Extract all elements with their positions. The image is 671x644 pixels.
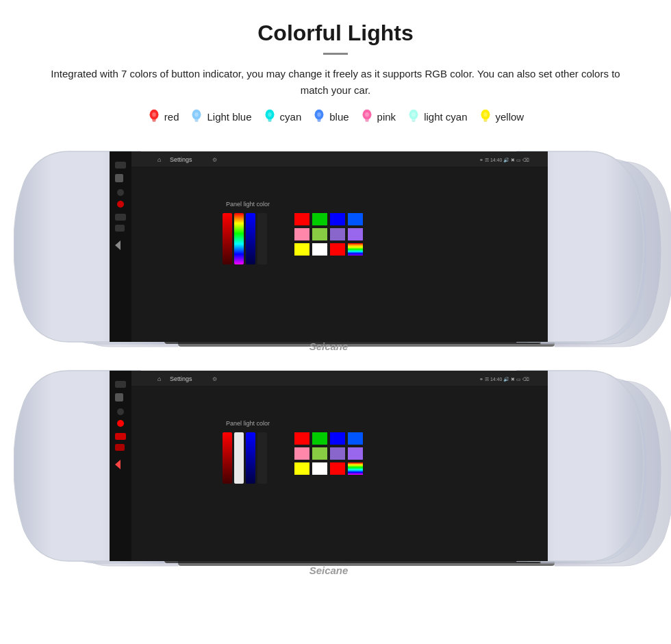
svg-rect-49 [234,213,244,264]
svg-rect-79 [115,433,126,440]
top-car-svg: ⌂ Settings ⚙ ⚭ ☴ 14:40 🔊 ✖ ▭ ⌫ Panel lig… [14,141,671,354]
svg-rect-50 [246,213,255,264]
svg-rect-97 [348,432,363,445]
seicane-top: Seicane [309,340,349,352]
bulb-icon-lightblue [190,108,203,125]
color-item-red: red [147,108,179,125]
svg-point-7 [195,112,199,116]
color-label-red: red [164,111,179,123]
svg-rect-2 [152,121,155,122]
color-list: red Light blue cyan [14,108,657,125]
svg-text:⚙: ⚙ [212,376,217,382]
svg-text:Settings: Settings [170,156,192,163]
svg-rect-80 [115,444,125,451]
svg-rect-100 [330,447,345,460]
svg-rect-59 [348,228,363,240]
svg-rect-93 [257,432,267,484]
svg-rect-94 [294,432,309,445]
svg-rect-60 [294,243,309,256]
seicane-bottom: Seicane [309,565,349,576]
svg-rect-103 [312,462,327,475]
svg-rect-101 [348,447,363,460]
svg-rect-10 [268,121,271,122]
bulb-icon-cyan [263,108,277,125]
svg-rect-52 [294,213,309,225]
svg-text:Settings: Settings [170,375,192,382]
svg-rect-48 [223,213,232,264]
svg-rect-14 [318,121,321,122]
bottom-car-section: ⌂ Settings ⚙ ⚭ ☴ 14:40 🔊 ✖ ▭ ⌫ Panel lig… [14,360,657,580]
svg-rect-33 [115,162,126,169]
svg-point-78 [117,420,124,427]
svg-point-27 [483,112,488,116]
svg-rect-91 [234,432,244,484]
color-item-pink: pink [360,108,396,125]
svg-text:⚭ ☴ 14:40 🔊 ✖ ▭ ⌫: ⚭ ☴ 14:40 🔊 ✖ ▭ ⌫ [479,376,529,382]
bulb-icon-pink [360,108,374,125]
svg-rect-54 [330,213,345,225]
bulb-icon-yellow [479,108,492,125]
svg-rect-98 [294,447,309,460]
svg-rect-51 [257,213,267,264]
svg-rect-99 [312,447,327,460]
svg-point-3 [152,112,156,116]
svg-rect-38 [115,225,125,232]
svg-point-77 [117,408,124,415]
svg-text:⚭ ☴ 14:40 🔊 ✖ ▭ ⌫: ⚭ ☴ 14:40 🔊 ✖ ▭ ⌫ [479,157,529,163]
svg-rect-57 [312,228,327,240]
page-title: Colorful Lights [14,21,657,46]
color-label-cyan: cyan [280,111,302,123]
svg-rect-34 [115,174,123,182]
svg-rect-102 [294,462,309,475]
svg-rect-61 [312,243,327,256]
svg-rect-53 [312,213,327,225]
svg-rect-63 [348,243,363,256]
color-item-lightblue: Light blue [190,108,251,125]
svg-point-35 [117,189,124,196]
svg-text:Panel light color: Panel light color [226,201,270,208]
svg-rect-104 [330,462,345,475]
svg-point-36 [117,201,124,208]
color-item-yellow: yellow [479,108,524,125]
color-label-blue: blue [329,111,349,123]
color-item-blue: blue [312,108,349,125]
svg-rect-56 [294,228,309,240]
svg-rect-37 [115,214,126,221]
svg-rect-55 [348,213,363,225]
svg-rect-75 [115,381,126,388]
title-divider [323,53,348,55]
svg-point-19 [365,112,369,116]
color-label-lightcyan: light cyan [424,111,467,123]
svg-rect-18 [365,121,368,122]
bottom-car-svg: ⌂ Settings ⚙ ⚭ ☴ 14:40 🔊 ✖ ▭ ⌫ Panel lig… [14,360,671,580]
svg-rect-95 [312,432,327,445]
svg-point-23 [412,112,416,116]
svg-text:⚙: ⚙ [212,157,217,163]
svg-rect-6 [195,121,199,122]
svg-text:⌂: ⌂ [157,375,161,382]
bulb-icon-red [147,108,161,125]
color-label-pink: pink [377,111,396,123]
svg-rect-92 [246,432,255,484]
top-car-section: ⌂ Settings ⚙ ⚭ ☴ 14:40 🔊 ✖ ▭ ⌫ Panel lig… [14,141,657,354]
svg-rect-26 [483,121,487,122]
description-text: Integrated with 7 colors of button indic… [41,66,630,99]
color-item-lightcyan: light cyan [407,108,467,125]
svg-rect-62 [330,243,345,256]
svg-rect-105 [348,462,363,475]
svg-text:⌂: ⌂ [157,156,161,163]
svg-rect-76 [115,393,123,401]
svg-rect-90 [223,432,232,484]
color-item-cyan: cyan [263,108,302,125]
svg-point-11 [268,112,272,116]
bulb-icon-blue [312,108,326,125]
svg-rect-22 [412,121,416,122]
bulb-icon-lightcyan [407,108,420,125]
svg-rect-58 [330,228,345,240]
color-label-lightblue: Light blue [207,111,251,123]
svg-point-15 [317,112,321,116]
page-wrapper: Colorful Lights Integrated with 7 colors… [0,0,671,593]
color-label-yellow: yellow [496,111,524,123]
svg-rect-96 [330,432,345,445]
svg-text:Panel light color: Panel light color [226,420,270,427]
